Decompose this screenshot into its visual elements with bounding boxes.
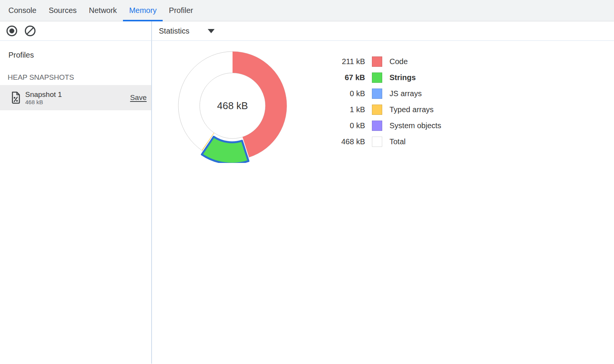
snapshot-title: Snapshot 1 [25, 90, 130, 99]
heap-snapshot-icon [11, 92, 21, 104]
record-heap-snapshot-button[interactable] [6, 26, 17, 36]
legend-size: 67 kB [319, 73, 365, 82]
snapshot-text: Snapshot 1 468 kB [25, 90, 130, 106]
legend-label: System objects [389, 121, 441, 130]
legend-size: 211 kB [319, 57, 365, 66]
memory-toolbar: Statistics [0, 21, 614, 41]
legend-label: Typed arrays [389, 105, 434, 114]
legend-size: 468 kB [319, 137, 365, 146]
legend-swatch-strings [372, 72, 382, 83]
legend-label: Strings [389, 73, 416, 82]
legend-row-strings[interactable]: 67 kB Strings [319, 69, 441, 85]
legend-swatch-code [372, 56, 382, 67]
legend-row-js-arrays[interactable]: 0 kB JS arrays [319, 85, 441, 101]
legend-label: Code [389, 57, 408, 66]
legend-label: Total [389, 137, 406, 146]
save-snapshot-link[interactable]: Save [130, 93, 147, 102]
snapshot-size: 468 kB [25, 99, 130, 106]
toolbar-right: Statistics [152, 21, 614, 40]
dropdown-arrow-icon [208, 29, 215, 33]
legend-size: 0 kB [319, 121, 365, 130]
devtools-tabbar: Console Sources Network Memory Profiler [0, 0, 614, 21]
legend-label: JS arrays [389, 89, 422, 98]
heap-snapshots-heading: HEAP SNAPSHOTS [8, 73, 151, 82]
memory-panel-content: Profiles HEAP SNAPSHOTS Snapshot 1 468 k… [0, 41, 614, 364]
heap-donut-chart-wrap: 468 kB [175, 48, 290, 163]
tab-profiler[interactable]: Profiler [163, 0, 199, 21]
legend-row-code[interactable]: 211 kB Code [319, 53, 441, 69]
toolbar-left [0, 21, 152, 40]
snapshot-item[interactable]: Snapshot 1 468 kB Save [0, 85, 151, 110]
legend-swatch-system-objects [372, 121, 382, 131]
perspective-select-value: Statistics [159, 27, 189, 35]
profiles-title: Profiles [8, 51, 151, 60]
statistics-view: 468 kB 211 kB Code 67 kB Strings 0 kB JS… [152, 41, 614, 364]
tab-memory[interactable]: Memory [123, 0, 163, 21]
tab-console[interactable]: Console [2, 0, 42, 21]
tab-sources[interactable]: Sources [42, 0, 82, 21]
clear-icon [25, 26, 36, 36]
legend-swatch-total [372, 137, 382, 147]
tab-network[interactable]: Network [83, 0, 123, 21]
legend-size: 1 kB [319, 105, 365, 114]
donut-ring-outline [200, 73, 265, 139]
perspective-select[interactable]: Statistics [159, 27, 215, 35]
legend-row-system-objects[interactable]: 0 kB System objects [319, 118, 441, 134]
record-icon [6, 26, 17, 36]
legend-row-total[interactable]: 468 kB Total [319, 134, 441, 150]
legend-swatch-typed-arrays [372, 105, 382, 115]
profiles-sidebar: Profiles HEAP SNAPSHOTS Snapshot 1 468 k… [0, 41, 152, 364]
clear-profiles-button[interactable] [25, 26, 36, 36]
legend-size: 0 kB [319, 89, 365, 98]
legend-row-typed-arrays[interactable]: 1 kB Typed arrays [319, 101, 441, 118]
legend-swatch-js-arrays [372, 89, 382, 99]
donut-chart [175, 48, 290, 163]
chart-legend: 211 kB Code 67 kB Strings 0 kB JS arrays… [319, 53, 441, 150]
